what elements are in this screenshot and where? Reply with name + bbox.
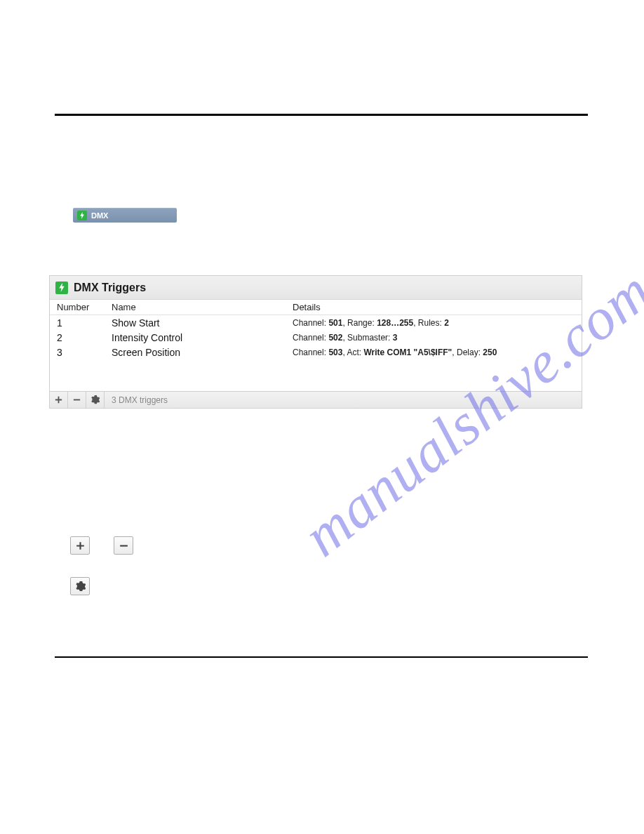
- cell-number: 3: [57, 347, 112, 358]
- cell-name: Screen Position: [112, 347, 293, 358]
- settings-button[interactable]: [86, 392, 105, 408]
- column-header-number: Number: [57, 302, 112, 312]
- add-button[interactable]: [70, 536, 90, 555]
- dmx-tab-label: DMX: [91, 211, 108, 220]
- cell-number: 1: [57, 317, 112, 329]
- cell-details: Channel: 501, Range: 128…255, Rules: 2: [293, 318, 582, 328]
- panel-title: DMX Triggers: [74, 282, 146, 294]
- table-row[interactable]: 1 Show Start Channel: 501, Range: 128…25…: [50, 315, 582, 330]
- panel-header: DMX Triggers: [50, 276, 582, 300]
- cell-name: Show Start: [112, 317, 293, 329]
- footer-status-text: 3 DMX triggers: [105, 392, 582, 408]
- remove-button[interactable]: [114, 536, 133, 555]
- cell-details: Channel: 502, Submaster: 3: [293, 333, 582, 343]
- svg-rect-0: [74, 399, 80, 401]
- table-body: 1 Show Start Channel: 501, Range: 128…25…: [50, 315, 582, 391]
- cell-details: Channel: 503, Act: Write COM1 "A5\$IFF",…: [293, 348, 582, 357]
- remove-button[interactable]: [68, 392, 86, 408]
- svg-rect-1: [120, 545, 128, 546]
- cell-name: Intensity Control: [112, 332, 293, 343]
- dmx-tab-button[interactable]: DMX: [73, 208, 177, 223]
- table-header: Number Name Details: [50, 300, 582, 315]
- bolt-icon: [77, 211, 87, 220]
- cell-number: 2: [57, 332, 112, 343]
- settings-button[interactable]: [70, 577, 90, 595]
- horizontal-rule-bottom: [55, 656, 588, 658]
- horizontal-rule-top: [55, 114, 588, 116]
- bolt-icon: [55, 282, 68, 294]
- column-header-name: Name: [112, 302, 293, 312]
- table-row[interactable]: 3 Screen Position Channel: 503, Act: Wri…: [50, 345, 582, 359]
- dmx-triggers-panel: DMX Triggers Number Name Details 1 Show …: [49, 275, 582, 409]
- add-button[interactable]: [50, 392, 68, 408]
- panel-footer: 3 DMX triggers: [50, 391, 582, 408]
- column-header-details: Details: [293, 302, 582, 312]
- table-row[interactable]: 2 Intensity Control Channel: 502, Submas…: [50, 330, 582, 345]
